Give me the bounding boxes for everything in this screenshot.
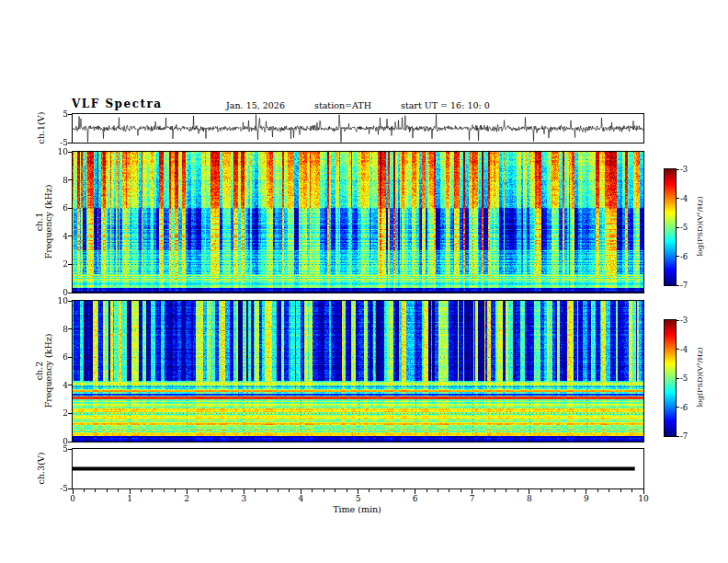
x-tick-label: 2: [176, 494, 198, 503]
x-minor-tick-mark: [506, 489, 506, 492]
x-tick-label: 10: [632, 494, 654, 503]
x-minor-tick-mark: [289, 489, 290, 492]
y-tick-label: -5: [46, 484, 68, 493]
x-minor-tick-mark: [198, 489, 199, 492]
x-minor-tick-mark: [267, 489, 267, 492]
vlf-spectra-figure: VLF Spectra Jan. 15, 2026 station=ATH st…: [0, 0, 728, 563]
colorbar-tick-mark: [677, 256, 679, 257]
x-minor-tick-mark: [574, 489, 575, 492]
y-tick-mark: [68, 143, 72, 144]
colorbar-tick-label: -6: [680, 404, 700, 412]
x-tick-label: 1: [119, 494, 141, 503]
colorbar-tick-mark: [677, 227, 679, 228]
y-tick-label: 6: [46, 203, 68, 213]
plot-title: VLF Spectra: [72, 98, 163, 110]
x-minor-tick-mark: [631, 489, 632, 492]
x-tick-label: 3: [233, 494, 255, 503]
header-start-ut: start UT = 16: 10: 0: [401, 100, 490, 110]
colorbar-ch2-canvas: [665, 320, 676, 436]
colorbar-tick-label: -4: [680, 195, 700, 203]
x-minor-tick-mark: [381, 489, 381, 492]
ch1-waveform-canvas: [73, 114, 643, 143]
x-minor-tick-mark: [278, 489, 279, 492]
x-minor-tick-mark: [164, 489, 165, 492]
x-minor-tick-mark: [518, 489, 518, 492]
x-tick-label: 9: [575, 494, 597, 503]
x-minor-tick-mark: [255, 489, 256, 492]
y-tick-mark: [68, 488, 72, 489]
y-tick-label: 2: [46, 408, 68, 418]
y-tick-label: 8: [46, 325, 68, 334]
x-minor-tick-mark: [324, 489, 324, 492]
x-minor-tick-mark: [312, 489, 313, 492]
y-tick-label: 10: [46, 147, 68, 156]
x-minor-tick-mark: [141, 489, 142, 492]
header-date: Jan. 15, 2026: [226, 100, 285, 110]
y-tick-mark: [68, 449, 72, 450]
x-minor-tick-mark: [152, 489, 153, 492]
x-minor-tick-mark: [540, 489, 541, 492]
colorbar-tick-mark: [677, 407, 679, 408]
x-minor-tick-mark: [392, 489, 392, 492]
y-tick-mark: [68, 114, 72, 115]
ch3-waveform-panel: [72, 448, 644, 489]
colorbar-tick-label: -5: [680, 374, 700, 383]
x-minor-tick-mark: [620, 489, 621, 492]
ch2-spectrogram-canvas: [73, 301, 643, 442]
colorbar-tick-mark: [677, 349, 679, 350]
y-tick-label: 6: [46, 352, 68, 362]
y-tick-mark: [68, 442, 72, 442]
x-tick-label: 8: [518, 494, 540, 503]
x-tick-label: 7: [461, 494, 483, 503]
x-minor-tick-mark: [221, 489, 222, 492]
colorbar-ch2: [664, 319, 677, 437]
ch1-spectrogram-panel: [72, 151, 644, 293]
y-tick-label: -5: [46, 138, 68, 147]
x-minor-tick-mark: [369, 489, 370, 492]
x-tick-label: 6: [404, 494, 427, 503]
colorbar-tick-label: -3: [680, 166, 700, 174]
colorbar-tick-label: -4: [680, 346, 700, 354]
x-minor-tick-mark: [483, 489, 484, 492]
colorbar-tick-mark: [677, 198, 679, 199]
x-minor-tick-mark: [335, 489, 336, 492]
x-minor-tick-mark: [597, 489, 598, 492]
colorbar-tick-label: -7: [680, 432, 700, 441]
y-tick-label: 2: [46, 259, 68, 269]
colorbar-tick-mark: [677, 285, 679, 286]
colorbar-tick-label: -5: [680, 224, 700, 232]
colorbar-tick-label: -7: [680, 282, 700, 290]
y-tick-mark: [68, 385, 72, 385]
x-minor-tick-mark: [347, 489, 347, 492]
ch2-spectrogram-panel: [72, 300, 644, 442]
y-tick-label: 8: [46, 176, 68, 185]
y-tick-mark: [68, 179, 72, 180]
y-tick-label: 5: [46, 444, 68, 454]
x-minor-tick-mark: [609, 489, 609, 492]
x-minor-tick-mark: [495, 489, 495, 492]
y-tick-mark: [68, 413, 72, 414]
x-minor-tick-mark: [404, 489, 404, 492]
colorbar-tick-mark: [677, 436, 679, 437]
x-minor-tick-mark: [175, 489, 176, 492]
y-tick-label: 4: [46, 232, 68, 241]
colorbar-tick-label: -3: [680, 316, 700, 325]
colorbar-tick-label: -6: [680, 253, 700, 261]
y-tick-label: 4: [46, 381, 68, 390]
y-tick-mark: [68, 293, 72, 293]
colorbar-tick-mark: [677, 169, 679, 170]
x-tick-label: 5: [347, 494, 370, 503]
y-tick-mark: [68, 152, 72, 153]
colorbar-tick-mark: [677, 378, 679, 379]
y-tick-mark: [68, 357, 72, 358]
y-tick-mark: [68, 264, 72, 265]
x-minor-tick-mark: [210, 489, 210, 492]
x-tick-label: 4: [290, 494, 312, 503]
x-minor-tick-mark: [118, 489, 119, 492]
x-tick-label: 0: [62, 494, 84, 503]
y-tick-mark: [68, 236, 72, 236]
x-minor-tick-mark: [232, 489, 233, 492]
x-minor-tick-mark: [438, 489, 438, 492]
y-tick-label: 5: [46, 109, 68, 119]
colorbar-ch1: [664, 168, 677, 286]
